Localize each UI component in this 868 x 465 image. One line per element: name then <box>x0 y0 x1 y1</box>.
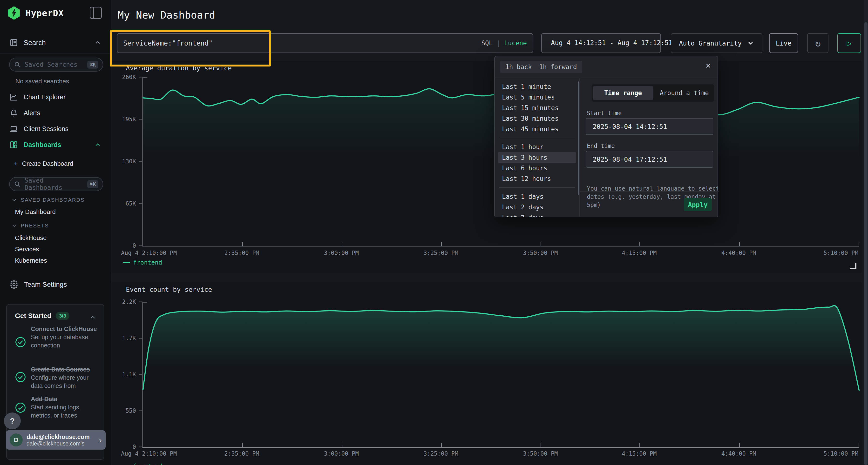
series-area <box>143 305 859 447</box>
time-range-option[interactable]: Last 15 minutes <box>498 103 576 113</box>
apply-button[interactable]: Apply <box>684 198 712 211</box>
create-dashboard-button[interactable]: +Create Dashboard <box>14 160 73 167</box>
y-tick-label: 130K <box>122 158 136 165</box>
chart-explorer-icon <box>10 93 18 101</box>
time-range-option[interactable]: Last 1 days <box>498 191 576 202</box>
x-tick-label: 4:40:00 PM <box>721 450 756 457</box>
y-tick-mark <box>139 302 143 302</box>
time-range-value: Aug 4 14:12:51 - Aug 4 17:12:51 <box>551 38 674 48</box>
time-range-input[interactable]: Aug 4 14:12:51 - Aug 4 17:12:51 d <box>541 33 661 53</box>
avatar: D <box>10 433 23 446</box>
x-tick-mark <box>242 242 243 246</box>
chevron-down-icon <box>747 39 754 47</box>
y-tick-mark <box>139 203 143 204</box>
x-tick-label: 3:00:00 PM <box>324 250 359 256</box>
sidebar-item-alerts[interactable]: Alerts <box>0 106 111 120</box>
sidebar-item-my-dashboard[interactable]: My Dashboard <box>15 208 56 215</box>
chevron-up-icon[interactable] <box>89 314 96 321</box>
y-axis-top-tick <box>143 77 147 78</box>
y-tick-label: 65K <box>126 200 136 207</box>
y-axis-labels: 2.2K1.7K1.1K5500 <box>112 302 140 447</box>
tab-time-range[interactable]: Time range <box>593 86 653 100</box>
bell-icon <box>10 109 18 117</box>
end-time-label: End time <box>587 143 615 150</box>
search-section-icon <box>10 38 18 47</box>
refresh-button[interactable]: ↻ <box>807 33 829 53</box>
lang-separator: | <box>496 39 500 47</box>
dashboards-icon <box>10 141 18 149</box>
granularity-select[interactable]: Auto Granularity <box>671 33 763 53</box>
time-range-option[interactable]: Last 6 hours <box>498 163 576 173</box>
shift-back-button[interactable]: 1h back <box>500 61 537 73</box>
chevron-up-icon <box>94 141 101 148</box>
lucene-toggle[interactable]: Lucene <box>504 39 527 47</box>
check-circle-icon <box>15 402 26 413</box>
sidebar-collapse-icon[interactable] <box>90 7 102 19</box>
get-started-item[interactable]: Connect to ClickHouse Set up your databa… <box>31 325 98 350</box>
x-tick-mark <box>859 242 859 246</box>
y-tick-label: 260K <box>122 74 136 80</box>
time-range-option[interactable]: Last 1 minute <box>498 81 576 92</box>
legend-line-swatch <box>123 262 130 263</box>
time-range-option[interactable]: Last 45 minutes <box>498 124 576 134</box>
shift-forward-button[interactable]: 1h forward <box>534 61 582 73</box>
close-icon[interactable]: ✕ <box>706 60 711 70</box>
x-tick-mark <box>540 242 541 246</box>
group-saved-dashboards[interactable]: SAVED DASHBOARDS <box>11 197 85 203</box>
panel-resize-handle[interactable] <box>850 263 857 269</box>
sidebar-item-search[interactable]: Search <box>0 35 111 50</box>
run-query-button[interactable]: ▷ <box>837 33 861 53</box>
saved-dashboards-input[interactable]: Saved Dashboards ⌘K <box>9 177 103 191</box>
time-range-option[interactable]: Last 2 days <box>498 202 576 212</box>
sidebar-item-kubernetes[interactable]: Kubernetes <box>15 257 47 264</box>
x-tick-label: 4:15:00 PM <box>622 450 657 457</box>
x-tick-mark <box>242 443 243 447</box>
live-button[interactable]: Live <box>769 33 798 53</box>
sidebar-item-client-sessions[interactable]: Client Sessions <box>0 122 111 136</box>
chart-legend[interactable]: frontend <box>123 463 162 465</box>
sidebar-item-clickhouse[interactable]: ClickHouse <box>15 234 47 242</box>
x-tick-label: 3:25:00 PM <box>424 450 458 457</box>
chart-legend[interactable]: frontend <box>123 259 162 266</box>
hyperdx-logo-icon <box>7 6 21 20</box>
time-range-option[interactable]: Last 12 hours <box>498 173 576 184</box>
sidebar-item-team-settings[interactable]: Team Settings <box>0 277 111 292</box>
y-tick-label: 550 <box>126 407 136 414</box>
y-tick-label: 0 <box>133 242 136 249</box>
sidebar-item-services[interactable]: Services <box>15 245 39 253</box>
chart-plot-area[interactable] <box>142 302 859 447</box>
logo[interactable]: HyperDX <box>7 6 64 20</box>
saved-searches-input[interactable]: Saved Searches ⌘K <box>9 58 103 72</box>
time-range-option[interactable]: Last 1 hour <box>498 142 576 152</box>
get-started-item[interactable]: Create Data Sources Configure where your… <box>31 365 101 390</box>
x-axis-labels: Aug 4 2:10:00 PM2:35:00 PM3:00:00 PM3:25… <box>142 450 858 458</box>
time-range-option[interactable]: Last 3 hours <box>498 152 576 163</box>
help-button[interactable]: ? <box>4 412 21 429</box>
chevron-down-icon <box>11 197 18 203</box>
scrollbar-thumb[interactable] <box>578 81 579 195</box>
y-tick-mark <box>139 447 143 447</box>
sql-toggle[interactable]: SQL <box>481 39 493 47</box>
tab-around-a-time[interactable]: Around a time <box>654 86 714 100</box>
refresh-icon: ↻ <box>815 38 821 49</box>
laptop-icon <box>10 125 18 133</box>
get-started-item[interactable]: Add Data Start sending logs, metrics, or… <box>31 395 101 420</box>
scrollbar-track[interactable] <box>864 0 868 465</box>
x-axis-labels: Aug 4 2:10:00 PM2:35:00 PM3:00:00 PM3:25… <box>142 250 858 257</box>
scrollbar-thumb[interactable] <box>864 22 868 465</box>
start-time-input[interactable]: 2025-08-04 14:12:51 <box>586 118 713 135</box>
sidebar-item-dashboards[interactable]: Dashboards <box>0 138 111 152</box>
sidebar-item-chart-explorer[interactable]: Chart Explorer <box>0 90 111 104</box>
get-started-title: Get Started <box>15 312 51 320</box>
time-range-option[interactable]: Last 30 minutes <box>498 113 576 124</box>
x-tick-mark <box>342 443 342 447</box>
time-range-option[interactable]: Last 5 minutes <box>498 92 576 103</box>
y-tick-label: 195K <box>122 116 136 123</box>
time-range-option[interactable]: Last 7 days <box>498 212 576 217</box>
search-icon <box>14 181 21 188</box>
x-tick-label: 5:10:00 PM <box>824 450 859 457</box>
group-presets[interactable]: PRESETS <box>11 223 49 229</box>
x-tick-label: Aug 4 2:10:00 PM <box>121 450 177 457</box>
end-time-input[interactable]: 2025-08-04 17:12:51 <box>586 151 713 168</box>
user-account-chip[interactable]: D dale@clickhouse.com dale@clickhouse.co… <box>6 430 105 450</box>
